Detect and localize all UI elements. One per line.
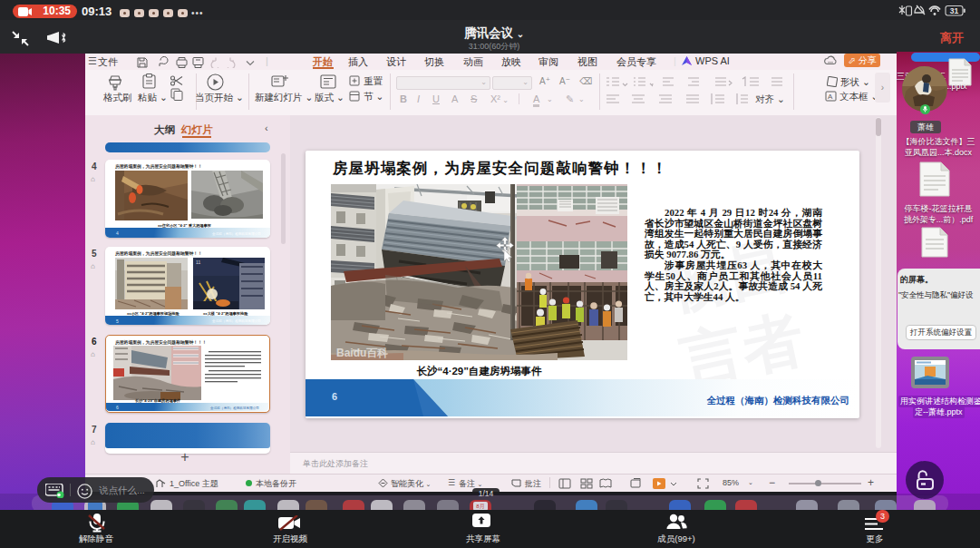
svg-text:全过程（海南）检测科技有限公司: 全过程（海南）检测科技有限公司	[212, 318, 261, 323]
svg-text:A: A	[828, 93, 833, 101]
svg-text:11: 11	[196, 259, 200, 265]
svg-text:31: 31	[950, 6, 959, 15]
svg-text:对齐 ⌄: 对齐 ⌄	[755, 93, 784, 104]
svg-text:房屋坍塌案例，为房屋安全问题敲响警钟！！: 房屋坍塌案例，为房屋安全问题敲响警钟！！	[114, 250, 202, 257]
svg-text:6: 6	[116, 405, 119, 410]
svg-text:房屋坍塌案例，为房屋安全问题敲响警钟！！！: 房屋坍塌案例，为房屋安全问题敲响警钟！！！	[114, 339, 207, 346]
svg-text:4: 4	[116, 230, 119, 236]
svg-text:全过程（海南）检测科技有限公司: 全过程（海南）检测科技有限公司	[210, 406, 259, 410]
svg-text:Baidu百科: Baidu百科	[336, 347, 388, 359]
svg-text:全过程（海南）检测科技有限公司: 全过程（海南）检测科技有限公司	[212, 231, 261, 236]
svg-text:房屋坍塌案例，为房屋安全问题敲响警钟！！: 房屋坍塌案例，为房屋安全问题敲响警钟！！	[114, 163, 202, 170]
svg-text:5: 5	[116, 318, 119, 324]
